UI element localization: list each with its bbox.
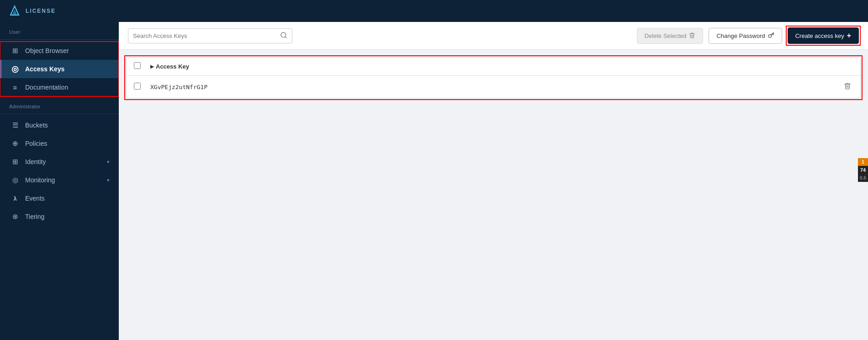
logo-area: LICENSE [7,4,56,18]
delete-selected-button[interactable]: Delete Selected [637,28,704,44]
sidebar-item-policies[interactable]: ⊕ Policies [0,134,119,153]
search-box[interactable] [128,28,292,43]
admin-section-label: Administrator [0,96,119,112]
create-access-key-label: Create access key [795,32,844,39]
events-icon: λ [11,194,20,203]
delete-row-button[interactable] [842,80,853,93]
identity-icon: ⊞ [11,157,20,166]
logo-icon [7,4,22,18]
sidebar-item-label-documentation: Documentation [25,84,68,91]
policies-icon: ⊕ [11,139,20,148]
topbar: LICENSE [0,0,868,22]
sidebar: User ⊞ Object Browser ◎ Access Keys ≡ Do… [0,22,119,340]
badge-2: 74 [858,166,868,174]
sidebar-divider-user [0,39,119,40]
access-keys-icon: ◎ [11,64,20,74]
sidebar-item-label-tiering: Tiering [25,213,44,220]
column-header-label: Access Key [156,63,189,70]
delete-row-icon [844,82,851,90]
change-password-button[interactable]: Change Password [709,28,782,44]
access-key-value: XGvPEjz2utNfrG1P [150,84,842,90]
sidebar-item-monitoring[interactable]: ◎ Monitoring ▾ [0,171,119,189]
monitoring-chevron-icon: ▾ [107,177,110,183]
delete-icon [689,32,695,40]
user-section-label: User [0,22,119,37]
sidebar-item-identity[interactable]: ⊞ Identity ▾ [0,153,119,171]
svg-line-3 [285,37,286,38]
object-browser-icon: ⊞ [11,46,20,55]
content-area: Delete Selected Change Password [119,22,868,340]
access-key-column-header[interactable]: ▶ Access Key [150,63,189,70]
badge-3: 0.6 [858,174,868,182]
sidebar-item-object-browser[interactable]: ⊞ Object Browser [0,42,119,60]
sidebar-divider-admin [0,114,119,114]
sidebar-item-access-keys[interactable]: ◎ Access Keys [0,60,119,78]
sidebar-item-label-identity: Identity [25,158,46,165]
key-icon [768,32,774,40]
row-actions [842,80,853,93]
sidebar-item-label-monitoring: Monitoring [25,176,55,184]
row-checkbox-col [134,83,150,91]
buckets-icon: ☰ [11,121,20,130]
table-row: XGvPEjz2utNfrG1P [127,76,860,98]
sidebar-item-buckets[interactable]: ☰ Buckets [0,116,119,134]
sidebar-item-label-access-keys: Access Keys [25,65,64,73]
sidebar-item-label-buckets: Buckets [25,122,48,129]
monitoring-icon: ◎ [11,175,20,185]
row-checkbox[interactable] [134,83,141,90]
change-password-label: Change Password [716,32,765,39]
sort-arrow-icon: ▶ [150,64,154,69]
access-keys-table: ▶ Access Key XGvPEjz2utNfrG1P [126,57,861,98]
header-checkbox-col [134,62,150,71]
badge-1: 1 [858,158,868,166]
search-icon [280,32,287,40]
sidebar-item-events[interactable]: λ Events [0,189,119,207]
floating-badge: 1 74 0.6 [858,158,868,182]
sidebar-item-label-policies: Policies [25,140,47,147]
create-access-key-button[interactable]: Create access key + [788,27,859,44]
sidebar-item-tiering[interactable]: ⊛ Tiering [0,207,119,226]
select-all-checkbox[interactable] [134,62,141,69]
sidebar-item-label-events: Events [25,195,45,202]
delete-selected-label: Delete Selected [645,32,687,39]
identity-chevron-icon: ▾ [107,159,110,165]
search-input[interactable] [133,32,276,39]
tiering-icon: ⊛ [11,212,20,221]
sidebar-item-documentation[interactable]: ≡ Documentation [0,78,119,96]
table-header: ▶ Access Key [127,58,860,76]
documentation-icon: ≡ [11,83,20,92]
logo-text: LICENSE [26,8,56,14]
plus-icon: + [847,32,851,40]
toolbar: Delete Selected Change Password [119,22,868,50]
sidebar-item-label-object-browser: Object Browser [25,47,69,54]
